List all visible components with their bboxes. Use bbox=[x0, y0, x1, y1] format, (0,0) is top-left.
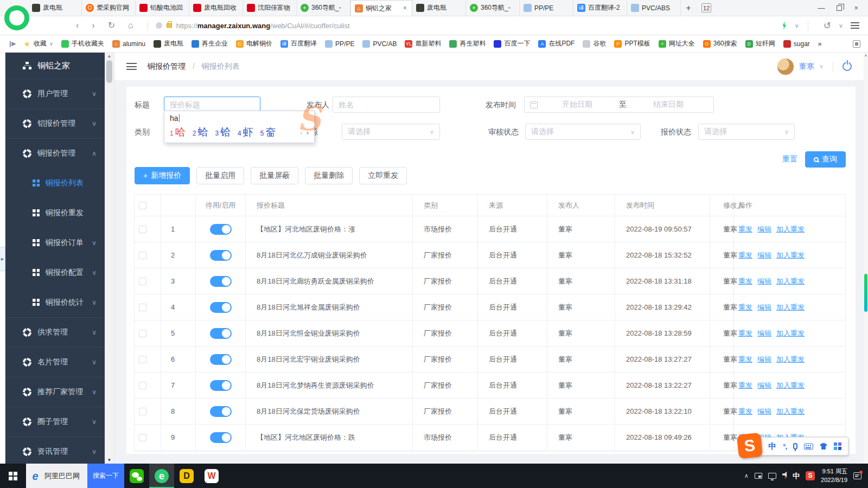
collapse-sidebar-icon[interactable] bbox=[126, 63, 137, 70]
bookmark-item[interactable]: P PPT模板 ∨ bbox=[614, 39, 650, 48]
enable-toggle[interactable] bbox=[210, 432, 232, 443]
microphone-icon[interactable] bbox=[793, 443, 797, 450]
url-field[interactable]: https://manager.zaixun.wang/web/CuAl/#/c… bbox=[176, 22, 350, 30]
ime-candidate[interactable]: 5 奤 bbox=[260, 125, 276, 139]
resend-link[interactable]: 重发 bbox=[738, 407, 752, 416]
start-date-placeholder[interactable]: 开始日期 bbox=[538, 100, 617, 110]
resend-link[interactable]: 重发 bbox=[738, 277, 752, 286]
bookmark-item[interactable]: 手机收藏夹 ∨ bbox=[61, 39, 104, 48]
forward-button[interactable]: › bbox=[92, 21, 94, 30]
sidebar-item[interactable]: 铜报价管理 ∧ bbox=[5, 138, 105, 168]
taskbar-search[interactable]: e 阿里巴巴网 搜索一下 bbox=[26, 464, 124, 488]
bookmark-item[interactable]: sugar ∨ bbox=[783, 39, 810, 48]
minimize-button[interactable]: — bbox=[818, 4, 825, 12]
speed-mode-icon[interactable] bbox=[782, 21, 787, 30]
bookmark-item[interactable]: A 在线PDF ∨ bbox=[538, 39, 575, 48]
enable-toggle[interactable] bbox=[210, 224, 232, 235]
batch-enable-button[interactable]: 批量启用 bbox=[196, 167, 244, 184]
edit-link[interactable]: 编辑 bbox=[757, 407, 771, 416]
source-select[interactable]: 请选择∨ bbox=[342, 124, 440, 140]
browser-menu-icon[interactable] bbox=[851, 22, 859, 29]
batch-delete-button[interactable]: 批量删除 bbox=[305, 167, 353, 184]
bookmark-item[interactable]: PP/PE ∨ bbox=[325, 39, 354, 48]
sidebar-item[interactable]: 资讯管理 ∨ bbox=[5, 436, 105, 464]
taskbar-search-text[interactable]: 阿里巴巴网 bbox=[44, 471, 87, 481]
sidebar-item[interactable]: 铜报价重发 bbox=[5, 198, 105, 228]
panel-expander-arrow[interactable]: ▶ bbox=[0, 247, 5, 271]
back-button[interactable]: ‹ bbox=[76, 21, 79, 30]
soft-keyboard-icon[interactable] bbox=[804, 444, 813, 450]
bookmark-item[interactable]: C 电解铜价 ∨ bbox=[236, 39, 272, 48]
sidebar-item[interactable]: 铜报价统计 ∨ bbox=[5, 287, 105, 317]
date-range-picker[interactable]: 开始日期 至 结束日期 bbox=[524, 97, 714, 113]
sidebar-item[interactable]: 铝报价管理 ∨ bbox=[5, 108, 105, 138]
screen-cast-icon[interactable] bbox=[755, 473, 762, 479]
ime-prev-page-icon[interactable]: ‹ bbox=[300, 129, 302, 137]
browser-tab[interactable]: 废电瓶 × bbox=[412, 0, 466, 16]
row-checkbox[interactable] bbox=[139, 382, 146, 389]
scroll-up-icon[interactable]: ▲ bbox=[105, 54, 114, 59]
bookmark-item[interactable]: 再生企业 ∨ bbox=[192, 39, 228, 48]
tab-count-badge[interactable]: 12 bbox=[701, 3, 711, 12]
browser-tab[interactable]: PVC/ABS × bbox=[627, 0, 681, 16]
enable-toggle[interactable] bbox=[210, 328, 232, 339]
undo-chevron-icon[interactable]: ∨ bbox=[839, 22, 843, 29]
resend-now-button[interactable]: 立即重发 bbox=[359, 167, 407, 184]
select-all-checkbox[interactable] bbox=[139, 202, 146, 209]
page-scrollbar[interactable]: ▲ bbox=[864, 53, 868, 464]
resend-link[interactable]: 重发 bbox=[738, 303, 752, 312]
new-tab-button[interactable]: + bbox=[681, 0, 696, 16]
start-button[interactable] bbox=[0, 464, 26, 488]
browser-tab[interactable]: + 360导航_- × bbox=[297, 0, 350, 16]
sidebar-item[interactable]: 供求管理 ∨ bbox=[5, 317, 105, 347]
browser-tab[interactable]: 废电瓶 × bbox=[28, 0, 82, 16]
browser-tab[interactable]: + 360导航_- × bbox=[466, 0, 520, 16]
sidebar-item[interactable]: 铜铝之家 bbox=[5, 53, 105, 79]
browser-tab[interactable]: 铅酸电池回 × bbox=[136, 0, 189, 16]
sidebar-scroll-thumb[interactable] bbox=[106, 60, 112, 83]
taskbar-clock[interactable]: 9:51 周五 2022/8/19 bbox=[821, 467, 847, 485]
bookmark-item[interactable]: D 短纤网 ∨ bbox=[745, 39, 775, 48]
ime-toolbox-icon[interactable] bbox=[834, 442, 841, 450]
add-to-resend-link[interactable]: 加入重发 bbox=[776, 329, 805, 338]
reload-button[interactable]: ↻ bbox=[108, 21, 115, 30]
row-checkbox[interactable] bbox=[139, 356, 146, 363]
bookmark-item[interactable]: PVC/AB ∨ bbox=[362, 39, 397, 48]
bookmark-item[interactable]: O 360搜索 ∨ bbox=[703, 39, 737, 48]
ime-language-toggle[interactable]: 中 bbox=[768, 441, 776, 452]
browser-tab[interactable]: PP/PE × bbox=[520, 0, 573, 16]
row-checkbox[interactable] bbox=[139, 278, 146, 285]
resend-link[interactable]: 重发 bbox=[738, 355, 752, 364]
ime-candidate[interactable]: 3 铪 bbox=[215, 125, 231, 139]
edit-link[interactable]: 编辑 bbox=[757, 381, 771, 390]
enable-toggle[interactable] bbox=[210, 380, 232, 391]
wechat-app-button[interactable] bbox=[124, 464, 149, 488]
user-menu[interactable]: 董寒 ∨ bbox=[777, 58, 852, 75]
site-info-icon[interactable] bbox=[156, 22, 162, 29]
edit-link[interactable]: 编辑 bbox=[757, 224, 771, 234]
apps-grid-icon[interactable] bbox=[853, 40, 860, 48]
notification-center-icon[interactable] bbox=[853, 472, 861, 479]
ssl-lock-icon[interactable] bbox=[167, 23, 172, 28]
sidebar-item[interactable]: 铜报价订单 ∨ bbox=[5, 228, 105, 258]
scroll-down-icon[interactable]: ▼ bbox=[105, 458, 114, 463]
row-checkbox[interactable] bbox=[139, 252, 146, 259]
breadcrumb-parent[interactable]: 铜报价管理 bbox=[148, 62, 186, 70]
reset-button[interactable]: 重置 bbox=[782, 155, 797, 164]
bookmark-item[interactable]: YL 最新塑料 ∨ bbox=[405, 39, 441, 48]
row-checkbox[interactable] bbox=[139, 330, 146, 337]
edit-link[interactable]: 编辑 bbox=[757, 355, 771, 364]
tab-close-icon[interactable]: × bbox=[402, 4, 408, 12]
audit-status-select[interactable]: 请选择∨ bbox=[525, 124, 641, 140]
input-language-indicator[interactable]: 中 bbox=[793, 471, 800, 481]
hidden-icons-chevron[interactable]: ∧ bbox=[744, 472, 749, 479]
bookmark-item[interactable]: 译 百度翻译 ∨ bbox=[280, 39, 317, 48]
row-checkbox[interactable] bbox=[139, 434, 146, 441]
enable-toggle[interactable] bbox=[210, 276, 232, 287]
wps-app-button[interactable]: W bbox=[199, 464, 224, 488]
enable-toggle[interactable] bbox=[210, 354, 232, 365]
bookmark-item[interactable]: 百度一下 ∨ bbox=[494, 39, 530, 48]
sidebar-item[interactable]: 用户管理 ∨ bbox=[5, 79, 105, 108]
undo-closed-tab-button[interactable]: ↺ bbox=[824, 20, 831, 31]
end-date-placeholder[interactable]: 结束日期 bbox=[629, 100, 708, 110]
